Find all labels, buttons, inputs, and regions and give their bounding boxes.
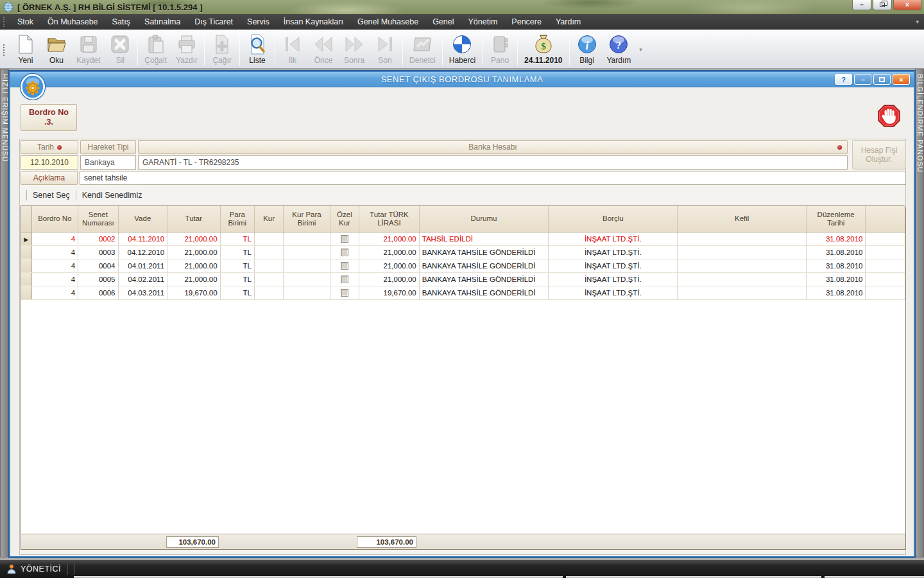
menu-item-sat[interactable]: Satış <box>105 14 138 30</box>
column-header-vade[interactable]: Vade <box>118 206 167 232</box>
column-header-para-birimi[interactable]: Para Birimi <box>220 206 254 232</box>
toolbar-button-yard-m[interactable]: ?Yardım <box>603 32 636 68</box>
column-header-bor-lu[interactable]: Borçlu <box>549 206 678 232</box>
chevron-down-icon[interactable]: ▾ <box>639 46 642 53</box>
toolbar-button-yeni[interactable]: Yeni <box>10 32 41 68</box>
tab-separator <box>26 190 27 200</box>
cell-durumu: BANKAYA TAHSİLE GÖNDERİLDİ <box>419 286 548 299</box>
ozel-kur-checkbox[interactable] <box>341 249 348 256</box>
menu-item-d-ticaret[interactable]: Dış Ticaret <box>187 14 240 30</box>
cell-senet-numaras: 0004 <box>78 259 118 272</box>
restore-button[interactable] <box>873 0 892 10</box>
row-selector[interactable] <box>21 259 31 272</box>
ozel-kur-checkbox[interactable] <box>341 262 348 270</box>
row-selector[interactable] <box>21 286 31 299</box>
menu-item-genel[interactable]: Genel <box>425 14 461 30</box>
cell-senet-numaras: 0005 <box>78 272 118 286</box>
banka-hesabi-label: Banka Hesabı <box>468 143 517 152</box>
cell-tutar-t-rk-li-rasi: 21,000.00 <box>359 272 420 286</box>
menu-item-i-nsan-kaynaklar[interactable]: İnsan Kaynakları <box>277 14 350 30</box>
hareket-tipi-header[interactable]: Hareket Tipi <box>80 140 136 154</box>
cell-para-birimi: TL <box>220 286 254 299</box>
menu-item-sat-nalma[interactable]: Satınalma <box>137 14 187 30</box>
row-selector[interactable] <box>21 272 31 286</box>
ozel-kur-checkbox[interactable] <box>341 289 348 297</box>
minimize-button[interactable]: – <box>852 0 871 10</box>
toolbar-button-oku[interactable]: Oku <box>41 32 72 68</box>
menu-item-stok[interactable]: Stok <box>10 14 40 30</box>
chevron-down-icon[interactable]: ▾ <box>916 19 919 25</box>
toolbar-button-24-11-2010[interactable]: $24.11.2010 <box>520 32 567 68</box>
child-minimize-button[interactable]: – <box>854 74 871 85</box>
toolbar-button-nce: Önce <box>308 32 339 68</box>
cell-kur-para-birimi <box>284 232 330 245</box>
toolbar-button-label: Sil <box>116 56 124 65</box>
hareket-tipi-field[interactable]: Bankaya <box>80 155 136 170</box>
quick-access-panel[interactable]: HIZLI ERİŞİM MENÜSÜ <box>0 69 9 557</box>
column-header-zel-kur[interactable]: Özel Kur <box>330 206 359 232</box>
child-help-button[interactable]: ? <box>835 74 852 85</box>
aciklama-field[interactable]: senet tahsile <box>80 171 906 185</box>
grid-row-5[interactable]: 4000604.03.201119,670.00TL19,670.00BANKA… <box>21 286 905 299</box>
toolbar-button-label: Sonra <box>344 56 364 65</box>
status-bar: YÖNETİCİ <box>0 560 924 578</box>
ozel-kur-checkbox[interactable] <box>341 276 348 283</box>
row-selector[interactable] <box>21 245 31 259</box>
toolbar-separator <box>137 35 138 66</box>
toolbar-button-i-lk: İlk <box>277 32 308 68</box>
banka-hesabi-field[interactable]: GARANTİ - TL - TR6298235 <box>138 155 848 170</box>
child-maximize-button[interactable] <box>873 74 891 85</box>
grid-row-4[interactable]: 4000504.02.201121,000.00TL21,000.00BANKA… <box>21 272 905 286</box>
column-header-kefil[interactable]: Kefil <box>678 206 806 232</box>
tab-senet-sec[interactable]: Senet Seç <box>33 191 70 200</box>
close-button[interactable]: × <box>893 0 921 10</box>
grid-row-2[interactable]: 4000304.12.201021,000.00TL21,000.00BANKA… <box>21 245 905 259</box>
grid-row-3[interactable]: 4000404.01.201121,000.00TL21,000.00BANKA… <box>21 259 905 272</box>
cell-filler <box>866 245 905 259</box>
cell-senet-numaras: 0006 <box>78 286 118 299</box>
cell-senet-numaras: 0003 <box>78 245 118 259</box>
column-header-tutar[interactable]: Tutar <box>167 206 221 232</box>
info-panel[interactable]: BİLGİLENDİRME PANOSU <box>915 69 924 557</box>
menu-item-servis[interactable]: Servis <box>240 14 277 30</box>
child-close-button[interactable]: × <box>893 74 910 85</box>
column-header-tutar-t-rk-li-rasi[interactable]: Tutar TÜRK LİRASI <box>359 206 420 232</box>
column-header-kur-para-birimi[interactable]: Kur Para Birimi <box>284 206 330 232</box>
toolbar-button-pano: Pano <box>484 32 515 68</box>
cell-durumu: BANKAYA TAHSİLE GÖNDERİLDİ <box>419 272 548 286</box>
menu-item-genel-muhasebe[interactable]: Genel Muhasebe <box>350 14 425 30</box>
menu-item-pencere[interactable]: Pencere <box>504 14 549 30</box>
column-header-d-zenleme-tarihi[interactable]: Düzenleme Tarihi <box>806 206 866 232</box>
grid-row-1[interactable]: ▶4000204.11.201021,000.00TL21,000.00TAHS… <box>21 232 905 245</box>
svg-text:?: ? <box>616 39 622 51</box>
cell-vade: 04.02.2011 <box>118 272 167 286</box>
menu-item-n-muhasebe[interactable]: Ön Muhasebe <box>40 14 105 30</box>
menu-item-yard-m[interactable]: Yardım <box>549 14 588 30</box>
cell-para-birimi: TL <box>220 259 254 272</box>
toolbar-button-bilgi[interactable]: iBilgi <box>572 32 603 68</box>
column-header-durumu[interactable]: Durumu <box>419 206 548 232</box>
column-header-item[interactable] <box>866 206 905 232</box>
toolbar-button-liste[interactable]: Liste <box>242 32 273 68</box>
hesap-fisi-olustur-button[interactable]: Hesap Fişi Oluştur. <box>852 140 906 170</box>
row-selector[interactable]: ▶ <box>21 232 31 245</box>
audit-chart-icon <box>411 33 433 55</box>
column-header-kur[interactable]: Kur <box>254 206 283 232</box>
tarih-field[interactable]: 12.10.2010 <box>21 155 78 170</box>
toolbar-separator <box>517 35 518 66</box>
cell-kur <box>254 286 283 299</box>
column-header-bordro-no[interactable]: Bordro No <box>31 206 78 232</box>
cell-para-birimi: TL <box>220 245 254 259</box>
tab-kendi-senedimiz[interactable]: Kendi Senedimiz <box>82 191 142 200</box>
column-header-senet-numaras[interactable]: Senet Numarası <box>78 206 118 232</box>
menu-item-y-netim[interactable]: Yönetim <box>461 14 504 30</box>
menu-bar: StokÖn MuhasebeSatışSatınalmaDış Ticaret… <box>0 14 924 30</box>
stop-hand-icon[interactable] <box>877 104 901 128</box>
toolbar-button-haberci[interactable]: Haberci <box>445 32 480 68</box>
tutar-tl-total: 103,670.00 <box>357 536 416 548</box>
tarih-header[interactable]: Tarih <box>21 140 78 154</box>
ozel-kur-checkbox[interactable] <box>341 235 348 243</box>
printer-icon <box>176 33 198 55</box>
banka-hesabi-header[interactable]: Banka Hesabı <box>138 140 848 154</box>
cell-tutar: 21,000.00 <box>167 245 221 259</box>
